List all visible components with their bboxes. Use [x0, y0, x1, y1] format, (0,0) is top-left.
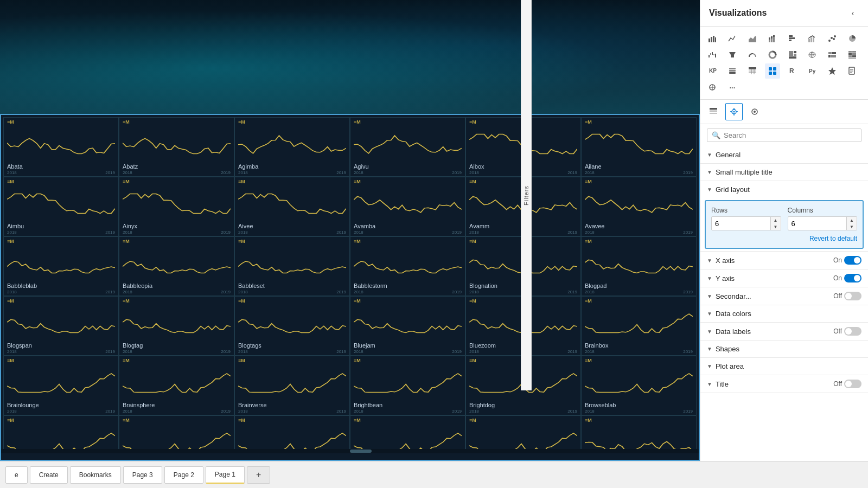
- sm-year-end: 2019: [567, 230, 577, 235]
- panel-scrollable[interactable]: 🔍 ▼ General ▼ Small multiple title: [700, 124, 868, 461]
- viz-icon-r-script[interactable]: R: [785, 63, 800, 79]
- sm-year-start: 2018: [469, 409, 479, 414]
- sm-chart: [238, 424, 346, 449]
- x-axis-label: X axis: [716, 256, 735, 265]
- viz-icon-scatter[interactable]: [825, 31, 840, 46]
- svg-rect-40: [848, 51, 852, 53]
- tab-page1[interactable]: Page 1: [206, 466, 245, 484]
- sm-year-start: 2018: [469, 349, 479, 354]
- viz-icon-matrix[interactable]: [845, 47, 860, 62]
- tab-e[interactable]: e: [5, 466, 28, 484]
- viz-icon-choropleth[interactable]: [825, 47, 840, 62]
- sm-year-end: 2019: [221, 170, 231, 175]
- general-section-header[interactable]: ▼ General: [700, 146, 868, 163]
- viz-icon-map[interactable]: [805, 47, 820, 62]
- y-axis-toggle[interactable]: On: [833, 274, 861, 282]
- sm-year-end: 2019: [105, 290, 115, 294]
- search-input[interactable]: [724, 131, 857, 139]
- x-axis-chevron: ▼: [707, 258, 712, 264]
- x-axis-track[interactable]: [844, 256, 861, 265]
- sm-year-end: 2019: [105, 230, 115, 235]
- secondary-toggle[interactable]: Off: [833, 292, 861, 300]
- viz-icon-small-multiple[interactable]: [765, 63, 780, 79]
- viz-icon-waterfall[interactable]: [705, 47, 720, 62]
- viz-icon-pie[interactable]: [845, 31, 860, 46]
- columns-increment[interactable]: ▲: [847, 217, 857, 223]
- viz-icon-custom[interactable]: [705, 80, 720, 95]
- sm-chart: [7, 126, 115, 162]
- data-colors-header[interactable]: ▼ Data colors: [700, 305, 868, 322]
- general-chevron: ▼: [707, 152, 712, 158]
- panel-close-button[interactable]: ‹: [846, 7, 859, 20]
- sm-axis-labels: 2018 2019: [354, 230, 462, 235]
- viz-icon-more[interactable]: ···: [725, 80, 740, 95]
- sm-year-end: 2019: [105, 170, 115, 175]
- sm-cell-name: Agimba: [238, 163, 346, 170]
- svg-rect-36: [828, 52, 832, 54]
- svg-rect-37: [832, 52, 836, 54]
- sm-axis-labels: 2018 2019: [238, 170, 346, 175]
- x-axis-toggle[interactable]: On: [833, 256, 861, 265]
- title-toggle[interactable]: Off: [833, 380, 861, 388]
- viz-icon-kpi[interactable]: KPI: [705, 63, 720, 79]
- plot-area-header[interactable]: ▼ Plot area: [700, 358, 868, 375]
- revert-to-default-link[interactable]: Revert to default: [711, 235, 857, 242]
- viz-icon-stacked-bar[interactable]: [765, 31, 780, 46]
- tab-add[interactable]: +: [247, 466, 270, 484]
- viz-icon-ai-insights[interactable]: [825, 63, 840, 79]
- columns-decrement[interactable]: ▼: [847, 223, 857, 230]
- title-track[interactable]: [844, 380, 861, 388]
- viz-icon-slicer[interactable]: [725, 63, 740, 79]
- secondary-track[interactable]: [844, 292, 861, 300]
- y-axis-track[interactable]: [844, 274, 861, 282]
- shapes-header[interactable]: ▼ Shapes: [700, 341, 868, 357]
- viz-icon-donut[interactable]: [765, 47, 780, 62]
- filters-strip[interactable]: Filters: [521, 0, 532, 390]
- grid-layout-section-header[interactable]: ▼ Grid layout: [700, 181, 868, 198]
- sm-zoom-icon: ≡M: [354, 120, 361, 125]
- viz-icon-bar[interactable]: [705, 31, 720, 46]
- sm-cell-header: ≡M: [7, 120, 115, 125]
- smt-label: Small multiple title: [716, 168, 773, 176]
- tab-page2[interactable]: Page 2: [164, 466, 203, 484]
- list-item: ≡M Browsetype 2018 2019: [350, 415, 465, 449]
- sm-zoom-icon: ≡M: [238, 358, 245, 363]
- viz-analytics-button[interactable]: [746, 103, 763, 120]
- rows-decrement[interactable]: ▼: [771, 223, 781, 230]
- tab-create[interactable]: Create: [30, 466, 68, 484]
- viz-icon-combo[interactable]: [805, 31, 820, 46]
- columns-input[interactable]: [788, 217, 847, 230]
- tab-page3[interactable]: Page 3: [123, 466, 162, 484]
- viz-icons-grid: KPI R Py ···: [705, 31, 864, 95]
- sm-year-start: 2018: [585, 409, 595, 414]
- svg-rect-9: [773, 37, 775, 42]
- viz-icon-hbar[interactable]: [785, 31, 800, 46]
- viz-icon-treemap[interactable]: [785, 47, 800, 62]
- rows-input[interactable]: [712, 217, 770, 230]
- sm-zoom-icon: ≡M: [7, 179, 14, 184]
- sm-zoom-icon: ≡M: [7, 358, 14, 363]
- sparkline-svg: [7, 251, 115, 275]
- data-labels-track[interactable]: [844, 327, 861, 336]
- viz-icon-area[interactable]: [745, 31, 760, 46]
- viz-icon-paginated[interactable]: [845, 63, 860, 79]
- rows-increment[interactable]: ▲: [771, 217, 781, 223]
- tab-bookmarks[interactable]: Bookmarks: [70, 466, 121, 484]
- list-item: ≡M Abatz 2018 2019: [119, 117, 234, 177]
- horizontal-scrollbar[interactable]: [1, 449, 699, 453]
- viz-icon-table[interactable]: [745, 63, 760, 79]
- sm-year-end: 2019: [336, 349, 346, 354]
- viz-fields-button[interactable]: [705, 103, 722, 120]
- viz-icon-gauge[interactable]: [745, 47, 760, 62]
- viz-format-button[interactable]: [725, 103, 743, 120]
- small-multiple-title-header[interactable]: ▼ Small multiple title: [700, 164, 868, 181]
- svg-rect-0: [709, 38, 710, 42]
- sm-cell-header: ≡M: [354, 239, 462, 244]
- viz-icon-python[interactable]: Py: [805, 63, 820, 79]
- small-multiples-container[interactable]: ≡M Abata 2018 2019 ≡M Abatz: [0, 114, 700, 461]
- sm-cell-name: Babbleopia: [123, 282, 231, 289]
- data-labels-toggle[interactable]: Off: [833, 327, 861, 336]
- viz-icon-line[interactable]: [725, 31, 740, 46]
- viz-icon-funnel[interactable]: [725, 47, 740, 62]
- list-item: ≡M Brightbean 2018 2019: [350, 356, 465, 415]
